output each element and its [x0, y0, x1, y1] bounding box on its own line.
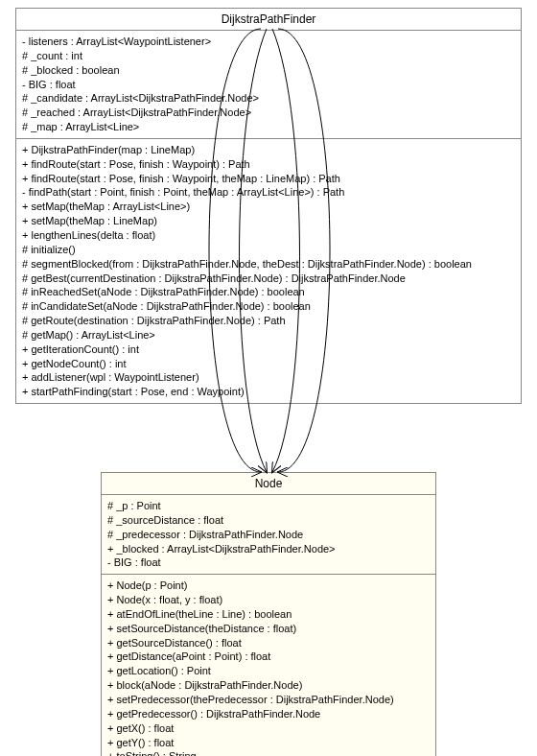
operation-row: # getRoute(destination : DijkstraPathFin…: [22, 314, 515, 328]
operation-row: + block(aNode : DijkstraPathFinder.Node): [107, 678, 430, 693]
operation-row: + getY() : float: [107, 736, 430, 750]
attribute-row: # _count : int: [22, 49, 515, 63]
class-attributes: - listeners : ArrayList<WaypointListener…: [16, 31, 521, 139]
attribute-row: # _predecessor : DijkstraPathFinder.Node: [107, 528, 430, 542]
operation-row: + setMap(theMap : LineMap): [22, 214, 515, 228]
operation-row: + DijkstraPathFinder(map : LineMap): [22, 143, 515, 157]
attribute-row: # _reached : ArrayList<DijkstraPathFinde…: [22, 106, 515, 120]
operation-row: + lengthenLines(delta : float): [22, 228, 515, 243]
operation-row: # initialize(): [22, 243, 515, 257]
operation-row: + findRoute(start : Pose, finish : Waypo…: [22, 157, 515, 172]
operation-row: + getNodeCount() : int: [22, 357, 515, 371]
operation-row: + setPredecessor(thePredecessor : Dijkst…: [107, 693, 430, 707]
operation-row: + setMap(theMap : ArrayList<Line>): [22, 200, 515, 214]
operation-row: + getIterationCount() : int: [22, 343, 515, 357]
operation-row: # getMap() : ArrayList<Line>: [22, 328, 515, 343]
attribute-row: # _blocked : boolean: [22, 63, 515, 78]
attribute-row: - listeners : ArrayList<WaypointListener…: [22, 35, 515, 49]
operation-row: + getLocation() : Point: [107, 664, 430, 678]
operation-row: # segmentBlocked(from : DijkstraPathFind…: [22, 257, 515, 272]
operation-row: + startPathFinding(start : Pose, end : W…: [22, 385, 515, 399]
uml-class-node: Node # _p : Point # _sourceDistance : fl…: [101, 472, 436, 756]
operation-row: + setSourceDistance(theDistance : float): [107, 622, 430, 636]
attribute-row: - BIG : float: [22, 78, 515, 92]
operation-row: + Node(p : Point): [107, 579, 430, 593]
operation-row: # inCandidateSet(aNode : DijkstraPathFin…: [22, 299, 515, 314]
attribute-row: # _sourceDistance : float: [107, 513, 430, 528]
attribute-row: # _map : ArrayList<Line>: [22, 120, 515, 134]
uml-class-dijkstra: DijkstraPathFinder - listeners : ArrayLi…: [15, 8, 522, 404]
operation-row: + Node(x : float, y : float): [107, 593, 430, 607]
operation-row: + toString() : String: [107, 749, 430, 756]
attribute-row: + _blocked : ArrayList<DijkstraPathFinde…: [107, 542, 430, 556]
operation-row: + getPredecessor() : DijkstraPathFinder.…: [107, 707, 430, 721]
class-operations: + DijkstraPathFinder(map : LineMap) + fi…: [16, 139, 521, 403]
operation-row: + addListener(wpl : WaypointListener): [22, 370, 515, 385]
class-operations: + Node(p : Point) + Node(x : float, y : …: [102, 575, 435, 756]
operation-row: + getDistance(aPoint : Point) : float: [107, 650, 430, 664]
operation-row: # inReachedSet(aNode : DijkstraPathFinde…: [22, 285, 515, 299]
attribute-row: # _candidate : ArrayList<DijkstraPathFin…: [22, 91, 515, 106]
attribute-row: # _p : Point: [107, 499, 430, 513]
operation-row: + getSourceDistance() : float: [107, 636, 430, 650]
operation-row: # getBest(currentDestination : DijkstraP…: [22, 272, 515, 286]
class-title: DijkstraPathFinder: [16, 9, 521, 31]
operation-row: - findPath(start : Point, finish : Point…: [22, 185, 515, 200]
operation-row: + getX() : float: [107, 721, 430, 736]
class-title: Node: [102, 473, 435, 495]
class-attributes: # _p : Point # _sourceDistance : float #…: [102, 495, 435, 575]
operation-row: + atEndOfLine(theLine : Line) : boolean: [107, 607, 430, 622]
attribute-row: - BIG : float: [107, 555, 430, 570]
operation-row: + findRoute(start : Pose, finish : Waypo…: [22, 172, 515, 186]
